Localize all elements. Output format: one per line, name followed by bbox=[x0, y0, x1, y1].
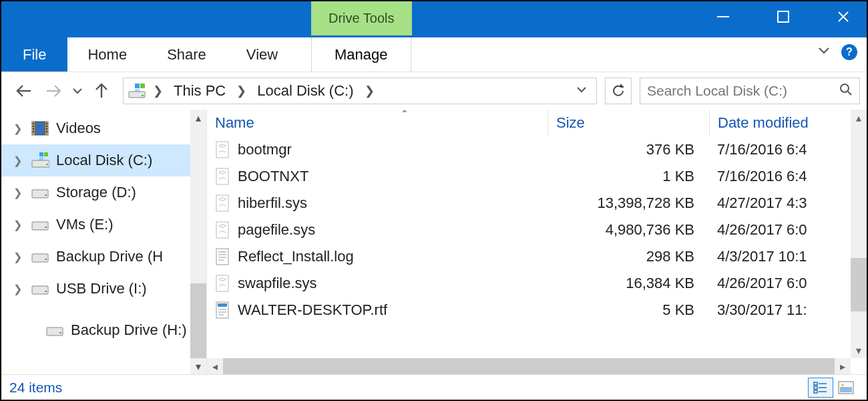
svg-point-63 bbox=[841, 384, 844, 386]
tree-item-label: Backup Drive (H bbox=[56, 248, 163, 265]
up-button[interactable] bbox=[88, 78, 115, 104]
file-date: 4/26/2017 6:0 bbox=[709, 221, 867, 239]
tab-share[interactable]: Share bbox=[147, 37, 226, 72]
file-menu[interactable]: File bbox=[1, 37, 67, 72]
crumb-local-disk-c[interactable]: Local Disk (C:) bbox=[253, 82, 357, 100]
search-input[interactable] bbox=[647, 83, 839, 99]
file-name: pagefile.sys bbox=[238, 221, 315, 239]
file-date: 3/30/2017 11: bbox=[709, 301, 867, 319]
file-row[interactable]: bootmgr376 KB7/16/2016 6:4 bbox=[207, 136, 867, 163]
file-name: swapfile.sys bbox=[238, 275, 317, 292]
tab-home[interactable]: Home bbox=[67, 37, 147, 72]
scroll-thumb[interactable] bbox=[190, 283, 206, 358]
tree-item[interactable]: ❯Backup Drive (H bbox=[1, 241, 206, 273]
back-button[interactable] bbox=[11, 78, 37, 104]
tab-view[interactable]: View bbox=[226, 37, 298, 72]
tree-item[interactable]: Backup Drive (H:) bbox=[1, 314, 206, 346]
svg-rect-33 bbox=[45, 227, 47, 228]
expand-icon[interactable]: ❯ bbox=[13, 251, 24, 263]
expand-icon[interactable]: ❯ bbox=[13, 219, 24, 231]
file-row[interactable]: pagefile.sys4,980,736 KB4/26/2017 6:0 bbox=[207, 217, 867, 243]
svg-rect-35 bbox=[45, 259, 47, 260]
svg-rect-62 bbox=[840, 387, 852, 392]
file-icon bbox=[215, 274, 231, 293]
scroll-right-icon[interactable]: ▸ bbox=[835, 358, 851, 374]
details-view-button[interactable] bbox=[808, 378, 833, 398]
scroll-thumb[interactable] bbox=[223, 358, 835, 374]
file-row[interactable]: Reflect_Install.log298 KB4/3/2017 10:1 bbox=[207, 243, 867, 270]
svg-rect-59 bbox=[814, 390, 817, 393]
file-list: bootmgr376 KB7/16/2016 6:4BOOTNXT1 KB7/1… bbox=[207, 136, 867, 374]
svg-rect-17 bbox=[33, 123, 34, 124]
close-button[interactable] bbox=[820, 1, 867, 32]
file-row[interactable]: hiberfil.sys13,398,728 KB4/27/2017 4:3 bbox=[207, 190, 867, 217]
drive-icon bbox=[31, 184, 49, 200]
crumb-this-pc[interactable]: This PC bbox=[170, 82, 230, 100]
expand-icon[interactable]: ❯ bbox=[13, 154, 24, 167]
expand-icon[interactable]: ❯ bbox=[13, 122, 24, 135]
tree-item[interactable]: ❯Local Disk (C:) bbox=[1, 144, 206, 176]
ribbon-expand-icon[interactable] bbox=[817, 44, 831, 60]
file-date: 7/16/2016 6:4 bbox=[709, 168, 867, 185]
column-size[interactable]: Size bbox=[548, 110, 709, 136]
file-size: 16,384 KB bbox=[548, 275, 709, 292]
file-vscrollbar[interactable]: ▴ ▾ bbox=[851, 110, 867, 358]
tree-item-label: Backup Drive (H:) bbox=[71, 321, 187, 339]
svg-rect-7 bbox=[135, 84, 140, 88]
file-name: hiberfil.sys bbox=[238, 194, 307, 212]
svg-rect-8 bbox=[140, 84, 145, 88]
scroll-left-icon[interactable]: ◂ bbox=[207, 358, 223, 374]
file-row[interactable]: WALTER-DESKTOP.rtf5 KB3/30/2017 11: bbox=[207, 297, 867, 323]
item-count: 24 items bbox=[9, 380, 62, 396]
forward-button[interactable] bbox=[40, 78, 67, 104]
svg-rect-51 bbox=[218, 303, 227, 307]
tree-item[interactable]: ❯VMs (E:) bbox=[1, 209, 206, 241]
file-icon bbox=[215, 301, 231, 319]
contextual-tab-drive-tools[interactable]: Drive Tools bbox=[311, 1, 412, 35]
expand-icon[interactable]: ❯ bbox=[13, 283, 24, 295]
address-dropdown-icon[interactable] bbox=[571, 84, 592, 98]
tree-item[interactable]: ❯USB Drive (I:) bbox=[1, 273, 206, 305]
file-hscrollbar[interactable]: ◂ ▸ bbox=[207, 358, 851, 374]
file-name: bootmgr bbox=[238, 141, 292, 158]
scroll-down-icon[interactable]: ▾ bbox=[851, 342, 867, 358]
file-size: 376 KB bbox=[548, 141, 709, 158]
address-bar[interactable]: ❯ This PC ❯ Local Disk (C:) ❯ bbox=[123, 78, 597, 104]
svg-rect-29 bbox=[46, 164, 48, 165]
expand-icon[interactable]: ❯ bbox=[13, 186, 24, 199]
chevron-right-icon[interactable]: ❯ bbox=[232, 84, 250, 98]
file-row[interactable]: swapfile.sys16,384 KB4/26/2017 6:0 bbox=[207, 270, 867, 297]
file-name: Reflect_Install.log bbox=[238, 248, 354, 265]
file-icon bbox=[215, 167, 231, 186]
tree-item[interactable]: ❯Videos bbox=[1, 112, 206, 144]
svg-rect-55 bbox=[814, 382, 817, 385]
minimize-button[interactable] bbox=[700, 1, 746, 32]
svg-rect-44 bbox=[216, 249, 228, 265]
svg-rect-20 bbox=[33, 131, 34, 132]
main-area: ❯Videos❯Local Disk (C:)❯Storage (D:)❯VMs… bbox=[1, 110, 867, 374]
svg-rect-34 bbox=[32, 254, 48, 262]
svg-rect-18 bbox=[33, 126, 34, 127]
chevron-right-icon[interactable]: ❯ bbox=[149, 84, 167, 98]
thumbnails-view-button[interactable] bbox=[833, 378, 859, 398]
tree-item-label: Storage (D:) bbox=[56, 184, 136, 201]
search-icon[interactable] bbox=[839, 83, 853, 99]
tree-item[interactable]: ❯Storage (D:) bbox=[1, 176, 206, 209]
help-icon[interactable]: ? bbox=[841, 44, 857, 60]
column-name[interactable]: Name bbox=[207, 110, 548, 136]
search-box[interactable] bbox=[640, 78, 860, 104]
scroll-up-icon[interactable]: ▴ bbox=[190, 110, 206, 126]
scroll-down-icon[interactable]: ▾ bbox=[190, 358, 206, 374]
maximize-button[interactable] bbox=[760, 1, 807, 32]
svg-rect-11 bbox=[142, 95, 144, 96]
tree-scrollbar[interactable]: ▴ ▾ bbox=[190, 110, 206, 374]
file-row[interactable]: BOOTNXT1 KB7/16/2016 6:4 bbox=[207, 163, 867, 190]
scroll-thumb[interactable] bbox=[851, 258, 867, 311]
column-date-modified[interactable]: Date modified bbox=[709, 110, 867, 136]
tab-manage[interactable]: Manage bbox=[311, 37, 411, 72]
scroll-up-icon[interactable]: ▴ bbox=[851, 110, 867, 126]
tree-item-label: USB Drive (I:) bbox=[56, 280, 147, 297]
recent-locations-icon[interactable] bbox=[69, 86, 85, 96]
chevron-right-icon[interactable]: ❯ bbox=[361, 84, 379, 98]
refresh-button[interactable] bbox=[605, 78, 632, 104]
